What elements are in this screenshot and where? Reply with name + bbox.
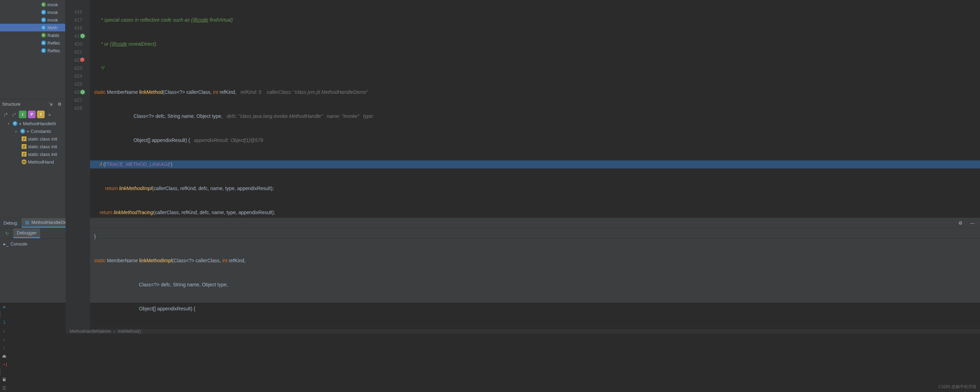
tree-item[interactable]: CReflec: [0, 47, 65, 54]
structure-item[interactable]: ƒstatic class init: [2, 135, 65, 143]
override-icon[interactable]: O: [80, 90, 85, 94]
class-icon: C: [41, 25, 46, 30]
override-icon[interactable]: O: [80, 33, 85, 38]
chevron-down-icon[interactable]: ▾: [8, 122, 11, 126]
tree-item[interactable]: CMeth: [0, 24, 65, 31]
structure-title: Structure: [2, 102, 21, 107]
tree-item[interactable]: Cinvok: [0, 8, 65, 16]
evaluate-icon[interactable]: 🖩: [0, 375, 8, 384]
class-icon: C: [41, 48, 46, 53]
debug-title: Debug:: [3, 220, 18, 226]
app-icon: ▦: [25, 220, 29, 225]
class-icon: C: [41, 40, 46, 45]
project-panel: Cinvok Cinvok Cinvok CMeth CRabbi CRefle…: [0, 0, 65, 218]
class-icon: C: [13, 121, 18, 126]
structure-item[interactable]: ƒstatic class init: [2, 143, 65, 150]
code-editor[interactable]: 416 417 418 419O 420 421 422 423 424 425…: [65, 0, 980, 329]
breakpoint-icon[interactable]: [80, 57, 84, 62]
editor: 416 417 418 419O 420 421 422 423 424 425…: [65, 0, 980, 218]
console-icon: ▸_: [3, 241, 8, 247]
more-icon[interactable]: »: [46, 111, 53, 118]
debugger-tab[interactable]: Debugger: [13, 228, 40, 238]
tree-item[interactable]: CRabbi: [0, 31, 65, 39]
structure-tree[interactable]: ▾C●MethodHandleN ▸C●Constants ƒstatic cl…: [0, 120, 65, 218]
structure-header: Structure ⇲ ⚙: [0, 99, 65, 109]
structure-item[interactable]: mMethodHand: [2, 158, 65, 166]
structure-toolbar: ↓ᴬ ↓ᶻ I P f »: [0, 109, 65, 120]
breadcrumb-item[interactable]: MethodHandleNatives: [70, 329, 111, 334]
watermark: CSDN @躺平程序猿: [938, 384, 977, 390]
field-icon: ƒ: [22, 144, 27, 149]
structure-item[interactable]: ▾C●MethodHandleN: [2, 120, 65, 127]
sort-icon[interactable]: ↓ᶻ: [11, 111, 18, 118]
method-icon: m: [22, 159, 27, 164]
collapse-icon[interactable]: ⇲: [47, 101, 54, 108]
filter-button[interactable]: P: [28, 110, 36, 118]
class-icon: C: [41, 33, 46, 38]
filter-button[interactable]: f: [37, 110, 45, 118]
field-icon: ƒ: [22, 152, 27, 156]
trace-icon[interactable]: ☰: [0, 384, 8, 392]
step-into-icon[interactable]: ↓: [0, 327, 8, 335]
settings-icon[interactable]: ⚙: [56, 101, 63, 108]
class-icon: C: [41, 2, 46, 7]
field-icon: ƒ: [22, 136, 27, 141]
project-tree[interactable]: Cinvok Cinvok Cinvok CMeth CRabbi CRefle…: [0, 0, 65, 99]
class-icon: C: [20, 129, 25, 134]
sort-icon[interactable]: ↓ᴬ: [2, 111, 9, 118]
step-over-icon[interactable]: ⤵: [0, 318, 8, 327]
structure-item[interactable]: ƒstatic class init: [2, 150, 65, 158]
threads-icon[interactable]: ≡: [0, 303, 8, 311]
class-icon: C: [41, 10, 46, 14]
breadcrumb-item[interactable]: linkMethod(): [118, 329, 141, 334]
drop-frame-icon[interactable]: ⏏: [0, 352, 8, 360]
filter-button[interactable]: I: [19, 110, 27, 118]
class-icon: C: [41, 18, 46, 22]
step-out-icon[interactable]: ↑: [0, 343, 8, 352]
force-step-into-icon[interactable]: ↓: [0, 335, 8, 343]
tree-item[interactable]: Cinvok: [0, 16, 65, 24]
code-text[interactable]: * special cases in reflective code such …: [90, 0, 980, 329]
structure-item[interactable]: ▸C●Constants: [2, 127, 65, 135]
chevron-right-icon[interactable]: ▸: [15, 129, 19, 133]
tree-item[interactable]: CReflec: [0, 39, 65, 47]
rerun-icon[interactable]: ↻: [3, 229, 11, 237]
run-to-cursor-icon[interactable]: →|: [0, 360, 8, 368]
tree-item[interactable]: Cinvok: [0, 1, 65, 8]
gutter[interactable]: 416 417 418 419O 420 421 422 423 424 425…: [65, 0, 90, 329]
breadcrumb[interactable]: MethodHandleNatives›linkMethod(): [65, 329, 980, 334]
